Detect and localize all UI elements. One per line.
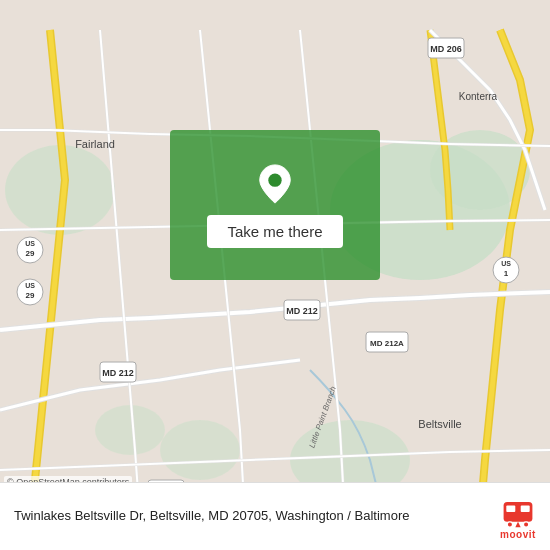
- svg-rect-32: [506, 506, 515, 512]
- svg-point-34: [507, 522, 512, 527]
- map-highlight-box: Take me there: [170, 130, 380, 280]
- moovit-icon: [500, 493, 536, 529]
- svg-text:US: US: [501, 260, 511, 267]
- take-me-there-button[interactable]: Take me there: [207, 215, 342, 248]
- svg-text:Beltsville: Beltsville: [418, 418, 461, 430]
- svg-text:MD 212A: MD 212A: [370, 339, 404, 348]
- svg-point-30: [268, 173, 281, 186]
- svg-point-35: [523, 522, 528, 527]
- moovit-brand-text: moovit: [500, 529, 536, 540]
- svg-text:Konterra: Konterra: [459, 91, 498, 102]
- location-pin-icon: [257, 163, 293, 205]
- svg-point-4: [160, 420, 240, 480]
- svg-text:Fairland: Fairland: [75, 138, 115, 150]
- svg-text:29: 29: [26, 249, 35, 258]
- svg-text:1: 1: [504, 269, 509, 278]
- svg-point-6: [95, 405, 165, 455]
- moovit-logo: moovit: [500, 493, 536, 540]
- map-container: MD 206 US 29 US 29 MD 212 MD 212 MD 212 …: [0, 0, 550, 550]
- svg-rect-33: [521, 506, 530, 512]
- bottom-bar: Twinlakes Beltsville Dr, Beltsville, MD …: [0, 482, 550, 550]
- svg-text:29: 29: [26, 291, 35, 300]
- svg-text:US: US: [25, 240, 35, 247]
- svg-text:MD 212: MD 212: [102, 368, 134, 378]
- svg-text:US: US: [25, 282, 35, 289]
- svg-text:MD 212: MD 212: [286, 306, 318, 316]
- address-text: Twinlakes Beltsville Dr, Beltsville, MD …: [14, 507, 490, 525]
- svg-text:MD 206: MD 206: [430, 44, 462, 54]
